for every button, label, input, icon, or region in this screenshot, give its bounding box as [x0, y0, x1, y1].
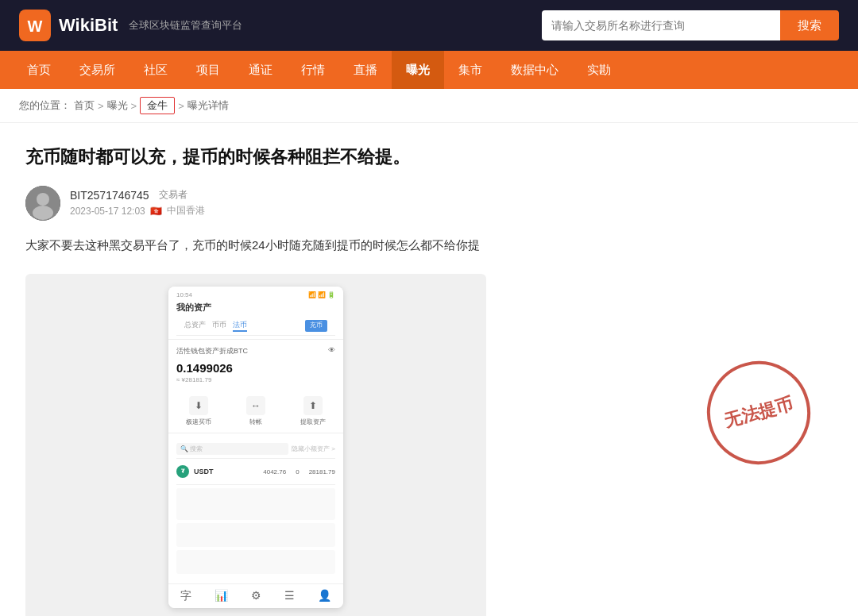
- transfer-icon: ↔: [246, 396, 265, 415]
- bottom-icon-chart: 📊: [214, 589, 228, 603]
- phone-asset-section: 活性钱包资产折成BTC 👁 0.1499026 ≈ ¥28181.79: [168, 340, 343, 390]
- bottom-icon-settings: ⚙: [251, 589, 261, 603]
- coin-val1: 4042.76: [263, 468, 286, 475]
- phone-eye-icon: 👁: [328, 346, 335, 356]
- coin-val2: 0: [296, 468, 299, 475]
- breadcrumb-sep1: >: [98, 100, 104, 112]
- bottom-icon-menu: ☰: [284, 589, 295, 603]
- breadcrumb-home[interactable]: 首页: [74, 98, 95, 113]
- svg-point-4: [33, 206, 53, 220]
- coin-row-placeholder3: [176, 550, 335, 574]
- logo-area: W WikiBit 全球区块链监管查询平台: [19, 10, 242, 41]
- svg-point-3: [37, 193, 49, 206]
- usdt-icon: ₮: [176, 465, 189, 478]
- breadcrumb-sep2: >: [131, 100, 137, 112]
- breadcrumb-sep3: >: [178, 100, 184, 112]
- post-date: 2023-05-17 12:03: [70, 206, 145, 217]
- phone-coin-list: 🔍 搜索 隐藏小额资产 > ₮ USDT 4042.76 0 28181.79: [168, 433, 343, 583]
- search-input[interactable]: [542, 10, 780, 40]
- nav-item-exchange[interactable]: 交易所: [65, 51, 129, 89]
- coin-val3: 28181.79: [309, 468, 335, 475]
- phone-search-box: 🔍 搜索: [176, 443, 288, 455]
- author-role: 交易者: [159, 188, 187, 202]
- search-button[interactable]: 搜索: [780, 10, 839, 40]
- nav-item-token[interactable]: 通证: [234, 51, 287, 89]
- phone-filter: 隐藏小额资产 >: [292, 445, 335, 453]
- nav-item-market[interactable]: 行情: [287, 51, 339, 89]
- post-body: 大家不要去这种黑交易平台了，充币的时候24小时随充随到提币的时候怎么都不给你提: [25, 235, 833, 256]
- author-name: BIT2571746745: [70, 189, 149, 202]
- post-location: 中国香港: [167, 204, 205, 218]
- breadcrumb: 您的位置： 首页 > 曝光 > 金牛 > 曝光详情: [0, 89, 858, 123]
- phone-screen-title: 我的资产: [176, 302, 335, 314]
- author-info: BIT2571746745 交易者 2023-05-17 12:03 🇭🇰 中国…: [70, 188, 205, 218]
- logo-name: WikiBit: [59, 15, 118, 36]
- page-header: W WikiBit 全球区块链监管查询平台 搜索: [0, 0, 858, 51]
- phone-bottom-bar: 字 📊 ⚙ ☰ 👤: [168, 583, 343, 608]
- nav-item-project[interactable]: 项目: [182, 51, 234, 89]
- nav-item-live[interactable]: 直播: [339, 51, 392, 89]
- phone-amount: 0.1499026: [176, 361, 335, 375]
- deposit-icon: ⬇: [189, 396, 208, 415]
- phone-search-row: 🔍 搜索 隐藏小额资产 >: [176, 440, 335, 459]
- wikibit-logo-icon: W: [19, 10, 51, 41]
- flag-icon: 🇭🇰: [150, 206, 162, 217]
- phone-icon-transfer: ↔ 转帐: [246, 396, 265, 426]
- phone-mockup: 10:54 📶 📶 🔋 我的资产 总资产 币币 法币 充币 活性钱包资产折成BT…: [168, 287, 343, 608]
- stamp: 无法提币: [695, 349, 821, 475]
- main-nav: 首页 交易所 社区 项目 通证 行情 直播 曝光 集市 数据中心 实勘: [0, 51, 858, 89]
- coin-row-placeholder2: [176, 523, 335, 547]
- avatar-image: [25, 186, 60, 221]
- coin-row-placeholder1: [176, 488, 335, 520]
- withdraw-icon: ⬆: [303, 396, 323, 415]
- logo-subtitle: 全球区块链监管查询平台: [129, 18, 242, 33]
- screenshot-container: 10:54 📶 📶 🔋 我的资产 总资产 币币 法币 充币 活性钱包资产折成BT…: [25, 274, 486, 616]
- breadcrumb-prefix: 您的位置：: [19, 98, 71, 113]
- nav-item-bazaar[interactable]: 集市: [444, 51, 497, 89]
- phone-icon-deposit: ⬇ 极速买币: [186, 396, 211, 426]
- nav-item-community[interactable]: 社区: [129, 51, 182, 89]
- nav-item-survey[interactable]: 实勘: [573, 51, 625, 89]
- breadcrumb-section[interactable]: 曝光: [107, 98, 128, 113]
- search-area: 搜索: [542, 10, 839, 40]
- phone-tab-trade: 币币: [212, 320, 226, 332]
- phone-coin-usdt: ₮ USDT 4042.76 0 28181.79: [176, 459, 335, 485]
- author-meta: 2023-05-17 12:03 🇭🇰 中国香港: [70, 204, 205, 218]
- main-content: 充币随时都可以充，提币的时候各种阻拦不给提。 BIT2571746745 交易者…: [0, 123, 858, 616]
- coin-values: 4042.76 0 28181.79: [263, 468, 335, 475]
- phone-time: 10:54: [176, 291, 192, 298]
- phone-tab-total: 总资产: [184, 320, 206, 332]
- svg-text:W: W: [28, 17, 43, 35]
- coin-name: USDT: [194, 468, 214, 475]
- phone-action-btn: 充币: [305, 320, 327, 332]
- phone-tab-fiat: 法币: [233, 320, 247, 332]
- phone-tabs: 总资产 币币 法币 充币: [176, 317, 335, 336]
- bottom-icon-wallet: 👤: [318, 589, 331, 603]
- breadcrumb-highlight[interactable]: 金牛: [140, 97, 175, 114]
- phone-status-bar: 10:54 📶 📶 🔋 我的资产 总资产 币币 法币 充币: [168, 287, 343, 340]
- stamp-text: 无法提币: [722, 393, 795, 433]
- phone-sub-amount: ≈ ¥28181.79: [176, 376, 335, 383]
- breadcrumb-current: 曝光详情: [187, 98, 229, 113]
- nav-item-data[interactable]: 数据中心: [497, 51, 573, 89]
- bottom-icon-home: 字: [180, 589, 191, 603]
- phone-signal: 📶 📶 🔋: [308, 291, 335, 298]
- stamp-container: 无法提币: [707, 361, 810, 464]
- avatar: [25, 186, 60, 221]
- phone-action-icons: ⬇ 极速买币 ↔ 转帐 ⬆ 提取资产: [168, 390, 343, 433]
- phone-section-header: 活性钱包资产折成BTC 👁: [176, 346, 335, 356]
- nav-item-home[interactable]: 首页: [13, 51, 65, 89]
- post-title: 充币随时都可以充，提币的时候各种阻拦不给提。: [25, 145, 833, 170]
- phone-section-label: 活性钱包资产折成BTC: [176, 346, 248, 356]
- author-row: BIT2571746745 交易者 2023-05-17 12:03 🇭🇰 中国…: [25, 186, 833, 221]
- nav-item-expose[interactable]: 曝光: [392, 51, 444, 89]
- phone-icon-withdraw: ⬆ 提取资产: [300, 396, 326, 426]
